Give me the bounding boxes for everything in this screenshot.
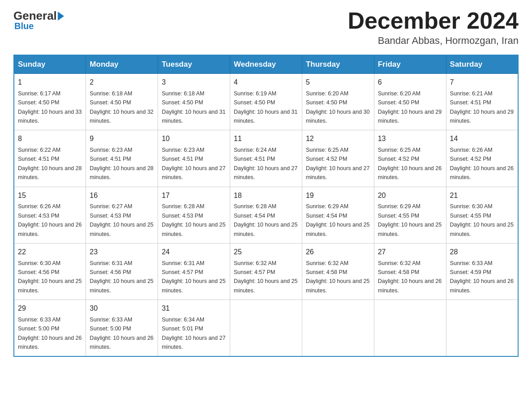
day-info: Sunrise: 6:25 AMSunset: 4:52 PMDaylight:… bbox=[306, 147, 369, 180]
day-info: Sunrise: 6:18 AMSunset: 4:50 PMDaylight:… bbox=[90, 90, 153, 124]
logo-arrow-icon bbox=[58, 12, 64, 21]
calendar-cell bbox=[446, 300, 518, 357]
day-info: Sunrise: 6:20 AMSunset: 4:50 PMDaylight:… bbox=[306, 90, 369, 124]
day-info: Sunrise: 6:18 AMSunset: 4:50 PMDaylight:… bbox=[162, 90, 225, 124]
calendar-cell: 23Sunrise: 6:31 AMSunset: 4:56 PMDayligh… bbox=[86, 243, 158, 300]
day-number: 30 bbox=[90, 303, 154, 314]
week-row-2: 8Sunrise: 6:22 AMSunset: 4:51 PMDaylight… bbox=[14, 130, 518, 187]
col-header-wednesday: Wednesday bbox=[230, 55, 302, 74]
calendar-cell: 1Sunrise: 6:17 AMSunset: 4:50 PMDaylight… bbox=[14, 74, 86, 130]
logo: General Blue bbox=[13, 9, 65, 31]
day-info: Sunrise: 6:30 AMSunset: 4:56 PMDaylight:… bbox=[18, 260, 82, 294]
day-info: Sunrise: 6:29 AMSunset: 4:55 PMDaylight:… bbox=[378, 203, 442, 237]
day-number: 3 bbox=[162, 77, 226, 88]
day-info: Sunrise: 6:32 AMSunset: 4:58 PMDaylight:… bbox=[378, 260, 442, 294]
day-number: 9 bbox=[90, 133, 154, 145]
calendar-cell bbox=[230, 300, 302, 357]
day-info: Sunrise: 6:19 AMSunset: 4:50 PMDaylight:… bbox=[234, 90, 297, 124]
calendar-cell: 12Sunrise: 6:25 AMSunset: 4:52 PMDayligh… bbox=[302, 130, 374, 187]
day-number: 17 bbox=[162, 190, 226, 201]
calendar-cell: 2Sunrise: 6:18 AMSunset: 4:50 PMDaylight… bbox=[86, 74, 158, 130]
day-number: 16 bbox=[90, 190, 154, 201]
calendar-header-row: SundayMondayTuesdayWednesdayThursdayFrid… bbox=[14, 55, 518, 74]
calendar-cell: 10Sunrise: 6:23 AMSunset: 4:51 PMDayligh… bbox=[158, 130, 230, 187]
day-info: Sunrise: 6:24 AMSunset: 4:51 PMDaylight:… bbox=[234, 147, 297, 180]
day-info: Sunrise: 6:33 AMSunset: 5:00 PMDaylight:… bbox=[18, 317, 82, 350]
day-info: Sunrise: 6:31 AMSunset: 4:57 PMDaylight:… bbox=[162, 260, 225, 294]
day-number: 2 bbox=[90, 77, 154, 88]
day-info: Sunrise: 6:34 AMSunset: 5:01 PMDaylight:… bbox=[162, 317, 225, 350]
day-info: Sunrise: 6:28 AMSunset: 4:54 PMDaylight:… bbox=[234, 203, 297, 237]
day-info: Sunrise: 6:29 AMSunset: 4:54 PMDaylight:… bbox=[306, 203, 369, 237]
day-number: 18 bbox=[234, 190, 298, 201]
day-number: 7 bbox=[450, 77, 514, 88]
calendar-cell: 3Sunrise: 6:18 AMSunset: 4:50 PMDaylight… bbox=[158, 74, 230, 130]
calendar-cell: 13Sunrise: 6:25 AMSunset: 4:52 PMDayligh… bbox=[374, 130, 446, 187]
calendar-cell: 9Sunrise: 6:23 AMSunset: 4:51 PMDaylight… bbox=[86, 130, 158, 187]
day-number: 29 bbox=[18, 303, 82, 314]
day-info: Sunrise: 6:30 AMSunset: 4:55 PMDaylight:… bbox=[450, 203, 514, 237]
col-header-friday: Friday bbox=[374, 55, 446, 74]
day-info: Sunrise: 6:23 AMSunset: 4:51 PMDaylight:… bbox=[90, 147, 153, 180]
calendar-cell: 7Sunrise: 6:21 AMSunset: 4:51 PMDaylight… bbox=[446, 74, 518, 130]
day-number: 28 bbox=[450, 247, 514, 258]
calendar-cell bbox=[302, 300, 374, 357]
day-info: Sunrise: 6:32 AMSunset: 4:58 PMDaylight:… bbox=[306, 260, 369, 294]
day-number: 14 bbox=[450, 133, 514, 145]
day-number: 23 bbox=[90, 247, 154, 258]
day-info: Sunrise: 6:22 AMSunset: 4:51 PMDaylight:… bbox=[18, 147, 82, 180]
day-info: Sunrise: 6:32 AMSunset: 4:57 PMDaylight:… bbox=[234, 260, 297, 294]
calendar-cell: 16Sunrise: 6:27 AMSunset: 4:53 PMDayligh… bbox=[86, 187, 158, 243]
calendar-cell: 30Sunrise: 6:33 AMSunset: 5:00 PMDayligh… bbox=[86, 300, 158, 357]
calendar-cell: 29Sunrise: 6:33 AMSunset: 5:00 PMDayligh… bbox=[14, 300, 86, 357]
day-number: 25 bbox=[234, 247, 298, 258]
week-row-5: 29Sunrise: 6:33 AMSunset: 5:00 PMDayligh… bbox=[14, 300, 518, 357]
day-info: Sunrise: 6:23 AMSunset: 4:51 PMDaylight:… bbox=[162, 147, 225, 180]
calendar-cell: 28Sunrise: 6:33 AMSunset: 4:59 PMDayligh… bbox=[446, 243, 518, 300]
day-info: Sunrise: 6:25 AMSunset: 4:52 PMDaylight:… bbox=[378, 147, 442, 180]
col-header-monday: Monday bbox=[86, 55, 158, 74]
day-number: 6 bbox=[378, 77, 442, 88]
title-block: December 2024 Bandar Abbas, Hormozgan, I… bbox=[348, 9, 519, 47]
day-number: 15 bbox=[18, 190, 82, 201]
page-header: General Blue December 2024 Bandar Abbas,… bbox=[13, 9, 519, 47]
day-info: Sunrise: 6:31 AMSunset: 4:56 PMDaylight:… bbox=[90, 260, 153, 294]
col-header-sunday: Sunday bbox=[14, 55, 86, 74]
day-number: 8 bbox=[18, 133, 82, 145]
col-header-thursday: Thursday bbox=[302, 55, 374, 74]
calendar-cell: 11Sunrise: 6:24 AMSunset: 4:51 PMDayligh… bbox=[230, 130, 302, 187]
day-info: Sunrise: 6:28 AMSunset: 4:53 PMDaylight:… bbox=[162, 203, 225, 237]
calendar-cell: 14Sunrise: 6:26 AMSunset: 4:52 PMDayligh… bbox=[446, 130, 518, 187]
calendar-cell bbox=[374, 300, 446, 357]
day-number: 5 bbox=[306, 77, 370, 88]
day-number: 1 bbox=[18, 77, 82, 88]
day-number: 13 bbox=[378, 133, 442, 145]
calendar-cell: 15Sunrise: 6:26 AMSunset: 4:53 PMDayligh… bbox=[14, 187, 86, 243]
calendar-cell: 8Sunrise: 6:22 AMSunset: 4:51 PMDaylight… bbox=[14, 130, 86, 187]
day-info: Sunrise: 6:26 AMSunset: 4:52 PMDaylight:… bbox=[450, 147, 514, 180]
day-info: Sunrise: 6:17 AMSunset: 4:50 PMDaylight:… bbox=[18, 90, 82, 124]
week-row-4: 22Sunrise: 6:30 AMSunset: 4:56 PMDayligh… bbox=[14, 243, 518, 300]
day-info: Sunrise: 6:33 AMSunset: 4:59 PMDaylight:… bbox=[450, 260, 514, 294]
day-number: 12 bbox=[306, 133, 370, 145]
calendar-cell: 5Sunrise: 6:20 AMSunset: 4:50 PMDaylight… bbox=[302, 74, 374, 130]
calendar-cell: 17Sunrise: 6:28 AMSunset: 4:53 PMDayligh… bbox=[158, 187, 230, 243]
calendar-table: SundayMondayTuesdayWednesdayThursdayFrid… bbox=[13, 55, 519, 357]
col-header-tuesday: Tuesday bbox=[158, 55, 230, 74]
month-title: December 2024 bbox=[348, 9, 519, 32]
day-number: 21 bbox=[450, 190, 514, 201]
logo-blue-text: Blue bbox=[14, 21, 34, 31]
day-number: 22 bbox=[18, 247, 82, 258]
calendar-cell: 6Sunrise: 6:20 AMSunset: 4:50 PMDaylight… bbox=[374, 74, 446, 130]
calendar-cell: 21Sunrise: 6:30 AMSunset: 4:55 PMDayligh… bbox=[446, 187, 518, 243]
location-text: Bandar Abbas, Hormozgan, Iran bbox=[348, 35, 519, 47]
day-info: Sunrise: 6:20 AMSunset: 4:50 PMDaylight:… bbox=[378, 90, 442, 124]
col-header-saturday: Saturday bbox=[446, 55, 518, 74]
day-info: Sunrise: 6:27 AMSunset: 4:53 PMDaylight:… bbox=[90, 203, 153, 237]
day-number: 4 bbox=[234, 77, 298, 88]
day-number: 26 bbox=[306, 247, 370, 258]
day-number: 20 bbox=[378, 190, 442, 201]
calendar-cell: 22Sunrise: 6:30 AMSunset: 4:56 PMDayligh… bbox=[14, 243, 86, 300]
day-info: Sunrise: 6:21 AMSunset: 4:51 PMDaylight:… bbox=[450, 90, 514, 124]
calendar-cell: 20Sunrise: 6:29 AMSunset: 4:55 PMDayligh… bbox=[374, 187, 446, 243]
